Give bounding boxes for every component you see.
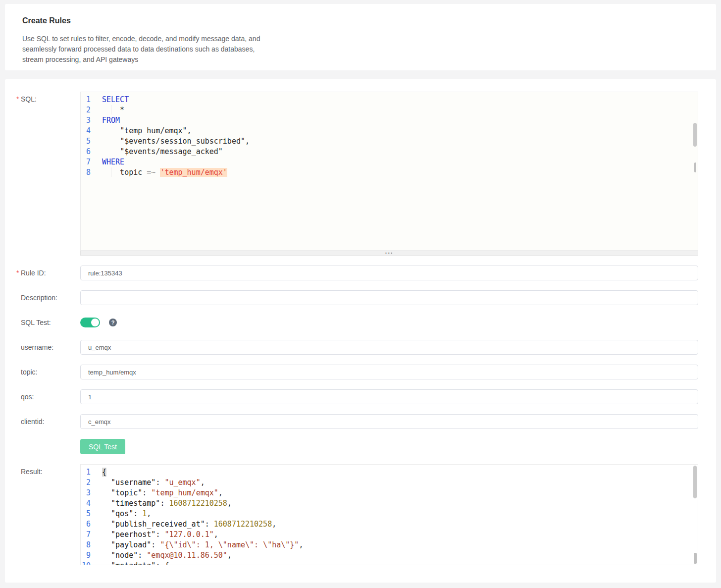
sql-scrollbar-annotation [694, 162, 696, 172]
line-number: 9 [81, 550, 91, 561]
sql-editor-gutter: 12345678 [81, 92, 91, 178]
editor-resize-handle[interactable]: ··· [80, 251, 698, 256]
code-token-plain: : [151, 540, 160, 549]
result-code-editor[interactable]: 12345678910 { "username": "u_emqx", "top… [80, 464, 698, 565]
code-token-plain [102, 520, 111, 529]
line-number: 7 [81, 157, 91, 167]
code-token-val: "u_emqx" [164, 478, 200, 487]
code-token-kw: WHERE [102, 158, 124, 166]
page: Create Rules Use SQL to set rules to fil… [0, 4, 721, 583]
code-token-val: "{\"id\": 1, \"name\": \"ha\"}" [160, 540, 299, 549]
code-token-plain [102, 137, 120, 146]
code-line: "metadata": { [102, 561, 690, 565]
code-token-key: "peerhost" [111, 530, 155, 539]
result-editor-scrollbar[interactable] [692, 465, 698, 565]
code-token-plain: , [272, 520, 276, 529]
sql-editor-code: SELECT *FROM "temp_hum/emqx", "$events/s… [81, 92, 698, 178]
clientid-label-text: clientid: [21, 418, 44, 426]
line-number: 6 [81, 147, 91, 157]
code-line: "username": "u_emqx", [102, 478, 690, 488]
code-token-plain [102, 540, 111, 549]
code-token-val: "127.0.0.1" [164, 530, 213, 539]
code-line: FROM [102, 115, 690, 126]
code-token-plain [102, 499, 111, 508]
topic-input[interactable] [80, 365, 698, 379]
code-token-str: "temp_hum/emqx" [120, 126, 187, 135]
description-label: Description: [5, 290, 80, 305]
code-token-plain [102, 551, 111, 560]
code-line: "$events/session_subscribed", [102, 136, 690, 147]
sql-scrollbar-thumb[interactable] [693, 123, 697, 147]
line-number: 2 [81, 478, 91, 488]
rule-id-input[interactable] [80, 266, 698, 280]
code-line: "publish_received_at": 1608712210258, [102, 519, 690, 530]
code-line: "peerhost": "127.0.0.1", [102, 530, 690, 540]
code-line: "temp_hum/emqx", [102, 126, 690, 136]
code-token-plain [102, 147, 120, 156]
sql-code-editor[interactable]: 12345678 SELECT *FROM "temp_hum/emqx", "… [80, 92, 698, 251]
code-token-num: 1608712210258 [169, 499, 227, 508]
qos-label-text: qos: [21, 393, 34, 401]
username-input[interactable] [80, 340, 698, 355]
code-line: topic =~ 'temp_hum/emqx' [102, 167, 690, 178]
required-asterisk: * [16, 266, 21, 280]
code-token-kw: FROM [102, 116, 120, 125]
code-token-plain [102, 509, 111, 518]
sql-test-button[interactable]: SQL Test [80, 439, 125, 454]
sql-test-row: SQL Test: ? [5, 315, 707, 330]
code-token-key: "username" [111, 478, 155, 487]
code-token-str: "$events/message_acked" [120, 147, 223, 156]
line-number: 3 [81, 115, 91, 126]
code-token-str: "$events/session_subscribed" [120, 137, 245, 146]
line-number: 4 [81, 126, 91, 136]
description-input[interactable] [80, 290, 698, 305]
result-editor-code: { "username": "u_emqx", "topic": "temp_h… [81, 465, 698, 565]
rule-form-card: *SQL: 12345678 SELECT *FROM "temp_hum/em… [5, 79, 716, 583]
line-number: 3 [81, 488, 91, 498]
empty-label [5, 439, 80, 454]
sql-editor-control: 12345678 SELECT *FROM "temp_hum/emqx", "… [80, 92, 698, 256]
line-number: 10 [81, 561, 91, 565]
qos-input[interactable] [80, 389, 698, 404]
sql-test-toggle[interactable] [80, 318, 100, 327]
rule-id-control [80, 266, 698, 280]
sql-label: *SQL: [5, 92, 80, 256]
sql-test-button-row: SQL Test [5, 439, 707, 454]
code-token-plain: : [155, 561, 164, 565]
code-line: "payload": "{\"id\": 1, \"name\": \"ha\"… [102, 540, 690, 550]
username-label-text: username: [21, 343, 53, 351]
code-token-plain: : [133, 509, 142, 518]
sql-test-control: ? [80, 315, 698, 330]
clientid-input[interactable] [80, 414, 698, 429]
code-line: "node": "emqx@10.11.86.50", [102, 550, 690, 561]
resize-dots-icon: ··· [385, 251, 394, 255]
toggle-knob [91, 319, 99, 326]
code-token-plain: , [299, 540, 303, 549]
line-number: 8 [81, 167, 91, 178]
username-row: username: [5, 340, 707, 355]
code-token-val: "temp_hum/emqx" [151, 488, 218, 497]
code-line: "topic": "temp_hum/emqx", [102, 488, 690, 498]
code-token-num: 1 [142, 509, 147, 518]
code-token-key: "node" [111, 551, 138, 560]
code-token-key: "qos" [111, 509, 133, 518]
clientid-control [80, 414, 698, 429]
code-line: SELECT [102, 95, 690, 105]
code-token-plain: : [155, 478, 164, 487]
required-asterisk: * [16, 92, 21, 107]
code-token-plain: , [227, 551, 232, 560]
clientid-row: clientid: [5, 414, 707, 429]
result-scrollbar-thumb[interactable] [693, 466, 697, 498]
code-token-plain: : [155, 530, 164, 539]
sql-editor-scrollbar[interactable] [692, 92, 698, 250]
code-line: "timestamp": 1608712210258, [102, 498, 690, 509]
sql-field-row: *SQL: 12345678 SELECT *FROM "temp_hum/em… [5, 92, 707, 256]
code-token-plain [102, 488, 111, 497]
result-editor-control: 12345678910 { "username": "u_emqx", "top… [80, 464, 698, 565]
code-token-plain: , [227, 499, 232, 508]
code-token-key: "metadata" [111, 561, 155, 565]
code-token-plain: : [160, 499, 169, 508]
help-icon[interactable]: ? [109, 319, 117, 326]
code-token-plain: : [142, 488, 151, 497]
code-token-plain: , [245, 137, 250, 146]
